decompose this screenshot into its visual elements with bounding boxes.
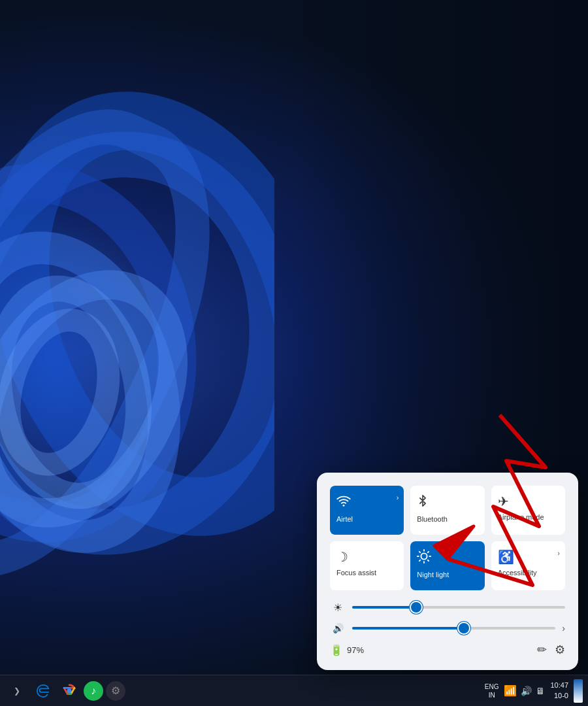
edge-icon[interactable] <box>31 679 55 703</box>
brightness-fill <box>352 606 416 609</box>
night-light-tile-label: Night light <box>417 571 449 579</box>
focus-assist-icon: ☽ <box>336 549 348 565</box>
language-country: IN <box>485 691 499 699</box>
battery-percent: 97% <box>347 645 364 655</box>
brightness-slider[interactable] <box>352 601 565 614</box>
volume-expand-arrow[interactable]: › <box>562 623 565 633</box>
spotify-icon[interactable]: ♪ <box>84 681 103 701</box>
brightness-thumb[interactable] <box>411 602 421 613</box>
wifi-icon <box>336 494 351 511</box>
system-icons: 📶 🔊 🖥 <box>504 684 545 697</box>
volume-slider-row: 🔊 › <box>330 622 565 635</box>
night-light-icon <box>417 549 431 567</box>
wifi-tile[interactable]: › Airtel <box>330 486 404 535</box>
notification-area[interactable] <box>574 679 583 703</box>
volume-slider[interactable] <box>352 622 555 635</box>
quick-settings-actions: ✏ ⚙ <box>537 643 565 657</box>
brightness-slider-row: ☀ <box>330 601 565 614</box>
taskbar: ❯ ♪ ⚙ <box>0 675 588 706</box>
taskbar-left: ❯ ♪ ⚙ <box>0 679 125 703</box>
svg-line-4 <box>419 552 420 552</box>
taskbar-time: 10:47 <box>550 681 568 690</box>
accessibility-tile-label: Accessibility <box>498 569 537 577</box>
taskbar-date: 10-0 <box>550 691 568 701</box>
battery-icon: 🔋 <box>330 644 343 656</box>
language-eng: ENG <box>485 682 499 691</box>
language-indicator[interactable]: ENG IN <box>485 682 499 699</box>
airplane-tile[interactable]: ✈ Airplane mode <box>491 486 565 535</box>
volume-taskbar-icon[interactable]: 🔊 <box>521 686 532 696</box>
svg-line-5 <box>428 560 429 561</box>
focus-assist-tile-label: Focus assist <box>336 569 376 577</box>
settings-taskbar-icon[interactable]: ⚙ <box>106 681 125 701</box>
volume-thumb[interactable] <box>459 623 469 633</box>
wifi-taskbar-icon[interactable]: 📶 <box>504 684 517 697</box>
svg-point-1 <box>421 553 427 559</box>
network-taskbar-icon[interactable]: 🖥 <box>536 686 545 696</box>
taskbar-right: ENG IN 📶 🔊 🖥 10:47 10-0 <box>485 679 588 703</box>
accessibility-tile[interactable]: › ♿ Accessibility <box>491 541 565 590</box>
focus-assist-tile[interactable]: ☽ Focus assist <box>330 541 404 590</box>
volume-fill <box>352 627 464 630</box>
bluetooth-icon <box>417 494 429 511</box>
quick-settings-grid: › Airtel Bluetooth ✈ Airp <box>330 486 565 590</box>
svg-line-8 <box>419 560 420 561</box>
battery-status: 🔋 97% <box>330 644 364 656</box>
brightness-icon: ☀ <box>330 601 346 614</box>
svg-line-9 <box>428 552 429 552</box>
settings-button[interactable]: ⚙ <box>555 643 565 657</box>
taskbar-clock[interactable]: 10:47 10-0 <box>550 681 568 701</box>
edit-button[interactable]: ✏ <box>537 643 547 657</box>
bluetooth-tile-label: Bluetooth <box>417 515 447 524</box>
airplane-tile-label: Airplane mode <box>498 513 544 522</box>
night-light-tile[interactable]: Night light <box>410 541 484 590</box>
airplane-icon: ✈ <box>498 494 509 509</box>
system-tray-chevron[interactable]: ❯ <box>5 679 29 703</box>
wifi-tile-label: Airtel <box>336 515 353 524</box>
wifi-tile-arrow: › <box>397 494 399 501</box>
chrome-icon[interactable] <box>57 679 81 703</box>
volume-icon: 🔊 <box>330 623 346 633</box>
accessibility-icon: ♿ <box>498 549 514 565</box>
quick-settings-panel: › Airtel Bluetooth ✈ Airp <box>317 473 578 670</box>
bluetooth-tile[interactable]: Bluetooth <box>410 486 484 535</box>
quick-settings-bottom: 🔋 97% ✏ ⚙ <box>330 643 565 657</box>
accessibility-tile-arrow: › <box>557 549 560 557</box>
